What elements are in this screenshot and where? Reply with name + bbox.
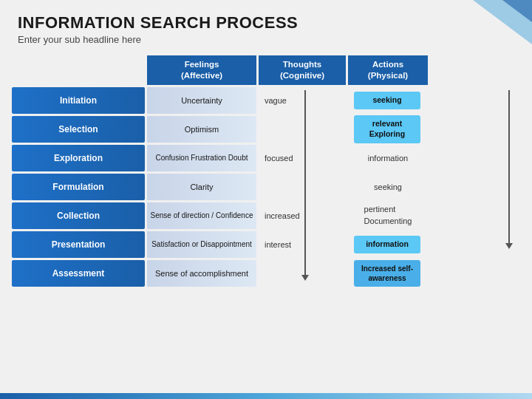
initiation-actions: seeking: [346, 87, 426, 114]
assessment-feelings: Sense of accomplishment: [147, 260, 256, 287]
bottom-bar: [0, 393, 532, 399]
column-headers: Feelings (Affective) Thoughts (Cognitive…: [147, 55, 520, 85]
formulation-feelings: Clarity: [147, 174, 256, 200]
presentation-actions: information: [346, 231, 426, 258]
seeking-badge: seeking: [354, 92, 420, 109]
exploration-actions: information: [346, 145, 426, 171]
presentation-thoughts: interest: [259, 231, 346, 258]
actions-header: Actions (Physical): [348, 55, 428, 85]
formulation-thoughts: [259, 174, 346, 200]
exploration-feelings: Confusion Frustration Doubt: [147, 145, 256, 171]
table-row: Presentation Satisfaction or Disappointm…: [12, 231, 520, 258]
feelings-header: Feelings (Affective): [147, 55, 256, 85]
exploration-thoughts: focused: [259, 145, 346, 171]
collection-label: Collection: [12, 202, 145, 229]
selection-feelings: Optimism: [147, 116, 256, 143]
slide: INFORMATION SEARCH PROCESS Enter your su…: [0, 0, 532, 399]
exploration-label: Exploration: [12, 145, 145, 171]
presentation-label: Presentation: [12, 231, 145, 258]
selection-label: Selection: [12, 116, 145, 143]
pertinent-documenting-text: pertinentDocumenting: [363, 204, 412, 227]
formulation-label: Formulation: [12, 174, 145, 200]
assessment-label: Assessment: [12, 260, 145, 287]
initiation-feelings: Uncertainty: [147, 87, 256, 114]
content-area: Feelings (Affective) Thoughts (Cognitive…: [12, 55, 520, 289]
collection-feelings: Sense of direction / Confidence: [147, 202, 256, 229]
table-row: Selection Optimism relevantExploring: [12, 116, 520, 143]
increased-self-awareness-badge: Increased self-awareness: [354, 260, 420, 287]
information-badge: information: [354, 236, 420, 253]
table-row: Collection Sense of direction / Confiden…: [12, 202, 520, 229]
top-decoration: [414, 0, 532, 44]
collection-thoughts: increased: [259, 202, 346, 229]
thoughts-header: Thoughts (Cognitive): [259, 55, 346, 85]
table-row: Initiation Uncertainty vague seeking: [12, 87, 520, 114]
initiation-label: Initiation: [12, 87, 145, 114]
table-row: Assessment Sense of accomplishment Incre…: [12, 260, 520, 287]
selection-actions: relevantExploring: [346, 116, 426, 143]
selection-thoughts: [259, 116, 346, 143]
table-row: Exploration Confusion Frustration Doubt …: [12, 145, 520, 171]
assessment-thoughts: [259, 260, 346, 287]
relevant-exploring-badge: relevantExploring: [354, 115, 420, 143]
initiation-thoughts: vague: [259, 87, 346, 114]
presentation-feelings: Satisfaction or Disappointment: [147, 231, 256, 258]
rows-container: Initiation Uncertainty vague seeking Sel…: [12, 87, 520, 287]
assessment-actions: Increased self-awareness: [346, 260, 426, 287]
collection-actions: pertinentDocumenting: [346, 202, 426, 229]
information-text: information: [366, 153, 408, 163]
seeking-text: seeking: [372, 182, 402, 192]
formulation-actions: seeking: [346, 174, 426, 200]
table-row: Formulation Clarity seeking: [12, 174, 520, 200]
